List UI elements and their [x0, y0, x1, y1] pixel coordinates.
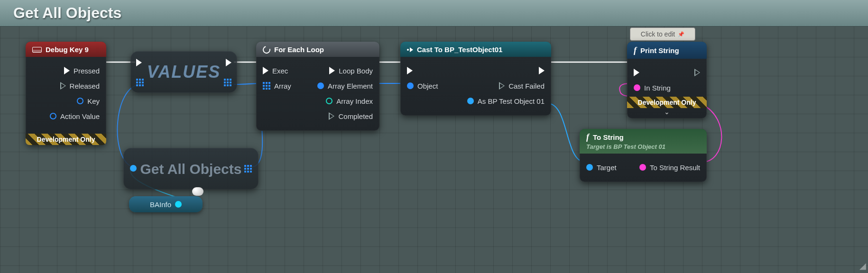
pin-array-index[interactable]: Array Index [326, 97, 373, 105]
bainfo-label: BAInfo [150, 200, 171, 209]
node-print-string[interactable]: f Print String In String Development Onl… [627, 42, 707, 118]
node-header-debug-key[interactable]: Debug Key 9 [26, 42, 106, 57]
node-title: Debug Key 9 [46, 46, 89, 54]
development-only-badge: Development Only [26, 134, 106, 145]
cast-icon [407, 47, 413, 52]
node-title: To String [593, 133, 624, 141]
pin-cast-failed[interactable]: Cast Failed [499, 82, 545, 90]
node-bainfo-variable[interactable]: BAInfo [129, 196, 203, 212]
pin-target-in[interactable]: Target [586, 164, 617, 172]
pin-pressed[interactable]: Pressed [64, 67, 100, 75]
pin-action-value[interactable]: Action Value [50, 112, 100, 120]
pin-array-in[interactable]: Array [263, 82, 291, 90]
graph-title-bar[interactable]: Get All Objects [0, 0, 868, 27]
expand-arrow-icon[interactable]: ⌄ [627, 108, 707, 118]
node-header-print[interactable]: f Print String [627, 42, 707, 59]
pin-values-exec-out[interactable] [226, 59, 231, 66]
node-for-each-loop[interactable]: For Each Loop Exec Loop Body Array Array… [256, 42, 379, 131]
loop-icon [261, 45, 272, 55]
getall-label: Get All Objects [140, 161, 242, 177]
node-values-macro[interactable]: VALUES [130, 51, 237, 93]
pin-getall-out[interactable] [244, 165, 252, 173]
pin-released[interactable]: Released [60, 82, 100, 90]
node-cast-to[interactable]: Cast To BP_TestObject01 Object Cast Fail… [400, 42, 551, 116]
blueprint-graph-canvas[interactable] [0, 0, 868, 273]
node-subtitle: Target is BP Test Object 01 [586, 143, 700, 150]
pin-in-string[interactable]: In String [634, 84, 671, 92]
pin-completed[interactable]: Completed [329, 112, 373, 120]
node-title: For Each Loop [274, 46, 324, 54]
node-title: Cast To BP_TestObject01 [417, 46, 502, 54]
pin-object-in[interactable]: Object [407, 82, 438, 90]
node-header-tostring[interactable]: f To String Target is BP Test Object 01 [580, 129, 707, 154]
graph-title-text: Get All Objects [13, 4, 121, 22]
comment-edit-hint[interactable]: Click to edit 📌 [630, 27, 695, 41]
node-header-cast[interactable]: Cast To BP_TestObject01 [400, 42, 551, 57]
keyboard-icon [32, 47, 42, 53]
node-to-string[interactable]: f To String Target is BP Test Object 01 … [580, 129, 707, 182]
pin-values-exec-in[interactable] [136, 59, 142, 66]
pin-print-exec-in[interactable] [634, 69, 639, 76]
pin-bainfo-out[interactable] [175, 201, 182, 208]
self-pin-handle[interactable] [192, 187, 203, 196]
pin-getall-in[interactable] [130, 165, 137, 172]
node-title: Print String [640, 46, 679, 55]
function-icon: f [634, 46, 637, 55]
pin-array-element[interactable]: Array Element [317, 82, 373, 90]
pin-values-arr-in[interactable] [136, 79, 144, 86]
comment-edit-label: Click to edit [641, 30, 675, 38]
node-header-foreach[interactable]: For Each Loop [256, 42, 379, 57]
pin-as-result[interactable]: As BP Test Object 01 [467, 97, 545, 105]
pin-print-exec-out[interactable] [694, 69, 700, 76]
node-debug-key[interactable]: Debug Key 9 Pressed Released Key Action … [26, 42, 106, 145]
pin-tostring-result[interactable]: To String Result [639, 164, 700, 172]
pin-cast-exec-out[interactable] [539, 67, 545, 74]
pin-exec-in[interactable]: Exec [263, 67, 288, 75]
pin-values-arr-out[interactable] [224, 79, 231, 86]
pin-icon: 📌 [678, 31, 684, 37]
values-macro-label: VALUES [147, 62, 221, 82]
node-get-all-objects[interactable]: Get All Objects [123, 148, 259, 190]
pin-key[interactable]: Key [77, 97, 100, 105]
resize-grip-icon[interactable]: ◢ [859, 261, 866, 271]
function-icon: f [586, 132, 589, 142]
pin-loop-body[interactable]: Loop Body [329, 67, 373, 75]
pin-cast-exec-in[interactable] [407, 67, 413, 74]
development-only-badge: Development Only [627, 97, 707, 108]
